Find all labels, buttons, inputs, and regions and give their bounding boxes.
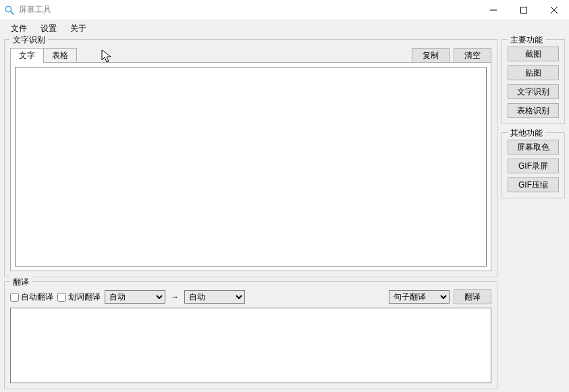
dest-lang-select[interactable]: 自动 <box>184 290 245 304</box>
color-picker-button[interactable]: 屏幕取色 <box>508 140 559 155</box>
word-translate-input[interactable] <box>57 293 66 302</box>
ocr-header-row: 文字 表格 复制 清空 <box>10 47 491 63</box>
source-lang-select[interactable]: 自动 <box>105 290 165 304</box>
menu-settings[interactable]: 设置 <box>34 22 63 36</box>
translate-group: 翻译 自动翻译 划词翻译 自动 → 自动 <box>4 281 497 389</box>
svg-rect-3 <box>520 7 526 13</box>
word-translate-checkbox[interactable]: 划词翻译 <box>57 291 101 303</box>
close-button[interactable] <box>539 0 569 20</box>
menu-bar: 文件 设置 关于 <box>0 20 569 36</box>
auto-translate-input[interactable] <box>10 293 19 302</box>
ocr-group: 文字识别 文字 表格 复制 清空 <box>4 39 497 277</box>
translate-controls: 自动翻译 划词翻译 自动 → 自动 句子翻译 翻译 <box>10 289 491 305</box>
other-features-group: 其他功能 屏幕取色 GIF录屏 GIF压缩 <box>502 132 565 198</box>
main-features-group: 主要功能 截图 贴图 文字识别 表格识别 <box>502 39 565 124</box>
window-controls <box>478 0 569 20</box>
svg-line-1 <box>11 11 13 14</box>
ocr-text-area[interactable] <box>17 69 485 264</box>
screenshot-button[interactable]: 截图 <box>508 47 559 61</box>
ocr-text-frame <box>15 67 487 267</box>
copy-button[interactable]: 复制 <box>412 48 450 63</box>
ocr-tabs: 文字 表格 <box>10 47 76 63</box>
sidebar: 主要功能 截图 贴图 文字识别 表格识别 其他功能 屏幕取色 GIF录屏 GIF… <box>502 39 565 389</box>
word-translate-label: 划词翻译 <box>68 291 101 303</box>
translate-output-area[interactable] <box>11 308 491 383</box>
ocr-legend: 文字识别 <box>10 34 48 46</box>
auto-translate-label: 自动翻译 <box>21 291 53 303</box>
window-title: 屏幕工具 <box>19 4 51 16</box>
auto-translate-checkbox[interactable]: 自动翻译 <box>10 291 53 303</box>
text-ocr-button[interactable]: 文字识别 <box>508 84 559 99</box>
translate-button[interactable]: 翻译 <box>454 289 491 304</box>
minimize-button[interactable] <box>478 0 508 20</box>
translate-output-frame <box>10 308 491 383</box>
gif-compress-button[interactable]: GIF压缩 <box>508 177 559 192</box>
ocr-buttons: 复制 清空 <box>412 48 491 63</box>
ocr-tab-panel <box>10 62 491 271</box>
translate-legend: 翻译 <box>10 277 32 288</box>
main-features-legend: 主要功能 <box>508 34 545 46</box>
tab-text[interactable]: 文字 <box>10 48 44 63</box>
other-features-legend: 其他功能 <box>508 128 545 139</box>
maximize-button[interactable] <box>508 0 539 20</box>
gif-record-button[interactable]: GIF录屏 <box>508 159 559 173</box>
title-bar: 屏幕工具 <box>0 0 569 20</box>
paste-image-button[interactable]: 贴图 <box>508 65 559 80</box>
tab-table[interactable]: 表格 <box>43 48 77 63</box>
arrow-icon: → <box>169 292 180 302</box>
translate-mode-select[interactable]: 句子翻译 <box>389 290 450 304</box>
menu-file[interactable]: 文件 <box>4 22 34 36</box>
menu-about[interactable]: 关于 <box>63 22 93 36</box>
clear-button[interactable]: 清空 <box>454 48 491 63</box>
table-ocr-button[interactable]: 表格识别 <box>508 103 559 118</box>
app-icon <box>4 5 15 16</box>
